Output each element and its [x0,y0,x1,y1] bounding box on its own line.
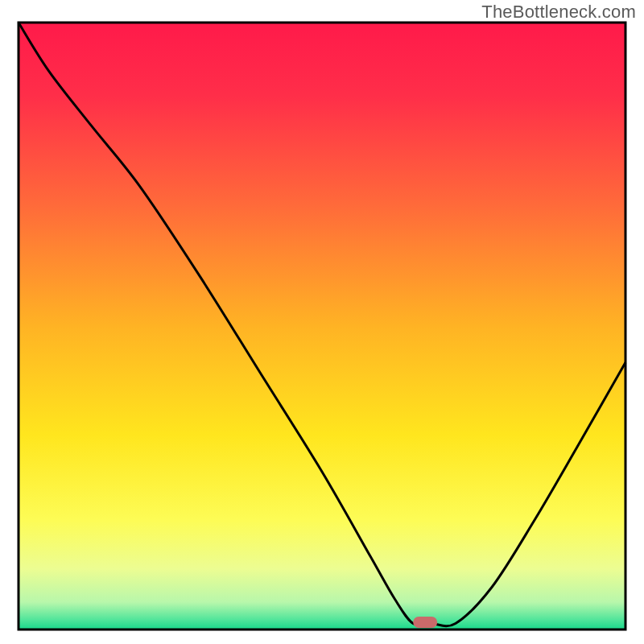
optimum-marker [413,617,437,628]
plot-background [19,23,625,630]
bottleneck-chart [0,0,644,644]
chart-container: TheBottleneck.com [0,0,644,644]
